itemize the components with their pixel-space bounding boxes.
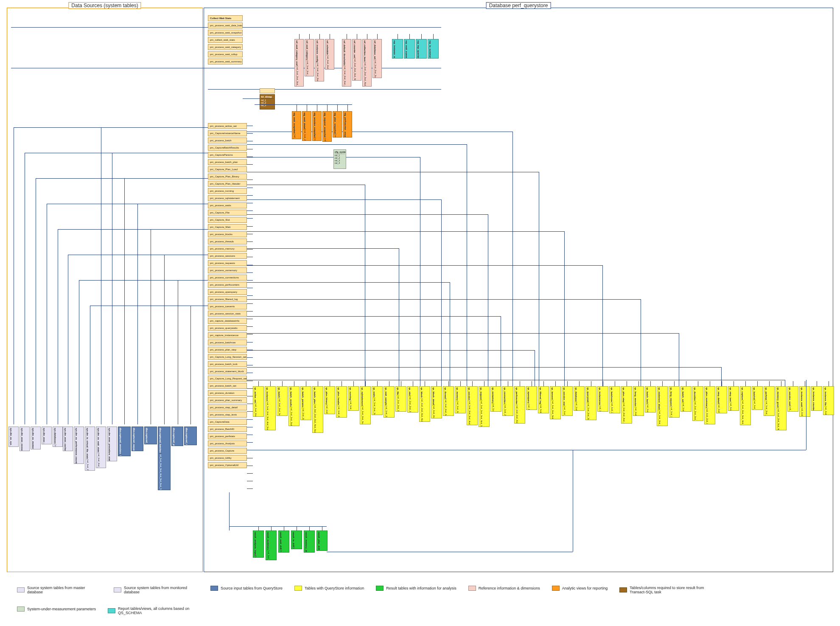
table-column: col_1: [86, 460, 89, 465]
table-header: stg_plan_snapshot: [334, 112, 336, 135]
table-column: col_4: [314, 420, 316, 425]
table-column: col_2: [306, 67, 308, 72]
table-column: col_1: [563, 407, 566, 412]
edge: [398, 34, 398, 39]
table-column: col_1: [468, 401, 470, 407]
table-column: col_1: [729, 403, 732, 408]
qs-table: qs_batch_resultscol_1col_2col_3col_4col_…: [288, 386, 300, 426]
qs-table: qs_batchrowcol_1col_2col_3col_4col_5: [609, 386, 620, 413]
legend-item: Tables/columns required to store result …: [619, 586, 704, 595]
table-column: col_1: [293, 135, 296, 139]
table-column: col_3: [316, 74, 319, 79]
ref-table: ref_database_setcol_1col_2col_3col_4col_…: [372, 39, 382, 78]
edge: [318, 381, 318, 386]
table-column: col_2: [741, 406, 744, 411]
table-column: col_1: [599, 407, 601, 412]
edge: [25, 153, 25, 424]
table-header: qs_memory: [456, 387, 459, 401]
edge: [247, 288, 253, 288]
table-column: col_3: [254, 414, 257, 417]
report-table: rep_top_queriescol_1col_2col_3: [416, 39, 427, 59]
proc-item: prc_process_openquery: [208, 289, 247, 295]
table-column: col_2: [456, 407, 459, 412]
edge: [247, 466, 253, 466]
table-header: qs_filtered_log: [539, 387, 542, 405]
proc-item: prc_process_Analysis: [208, 441, 247, 446]
table-header: qs_instance_counter: [812, 387, 815, 411]
legend-item: Source input tables from QueryStore: [210, 586, 283, 591]
qs-table: qs_long_requestcol_1col_2col_3col_4col_5…: [669, 386, 680, 418]
table-column: col_4: [290, 423, 292, 426]
table-column: col_4: [622, 419, 625, 424]
edge: [337, 104, 338, 111]
table-header: dbo.captured_batches: [159, 428, 162, 454]
proc-item: prc_process_wait_data_batch: [208, 22, 243, 28]
edge: [564, 231, 565, 386]
table-column: col_3: [361, 417, 364, 422]
ref-table: ref_instance_configcol_1col_2col_3col_4c…: [315, 39, 324, 81]
edge: [488, 214, 488, 386]
proc-item: prc_process_step_detail: [208, 404, 247, 410]
edge: [247, 272, 253, 273]
edge: [247, 333, 679, 334]
table-column: col_1: [266, 402, 269, 407]
proc-item: prc_CaptureData: [208, 419, 247, 425]
edge: [247, 342, 253, 342]
table-header: qs_capture: [741, 387, 744, 401]
table-header: dbo.captured_requests: [133, 428, 135, 451]
edge: [745, 381, 746, 386]
table-column: col_2: [409, 402, 411, 407]
table-column: col_2: [563, 412, 566, 416]
edge: [710, 381, 710, 386]
proc-item: prc_process_sessions: [208, 253, 247, 259]
table-column: col_7: [159, 484, 162, 489]
edge: [247, 164, 253, 165]
table-header: stg_wait_detail: [303, 112, 306, 130]
proc-item: prc_Capture_Slot: [208, 217, 247, 223]
edge: [247, 458, 253, 458]
legend-label: Analytic views for reporting: [562, 586, 608, 590]
ref-table: ref_schedulecol_1col_2col_3col_4col_5: [325, 39, 334, 70]
edge: [322, 526, 322, 531]
edge: [137, 204, 208, 204]
edge: [58, 229, 58, 424]
edge: [317, 104, 317, 111]
table-header: dbo.captured_roots: [146, 428, 148, 444]
edge: [243, 98, 260, 99]
edge: [247, 404, 253, 404]
table-column: col_2: [374, 66, 376, 71]
qs-table: qs_ioeventcol_1col_2col_3col_4col_5col_6…: [550, 386, 561, 419]
edge: [247, 381, 253, 381]
edge: [247, 214, 488, 215]
edge: [124, 178, 125, 424]
table-column: col_2: [492, 410, 494, 412]
table-header: result_memory_drill: [305, 532, 308, 553]
edge: [484, 381, 484, 386]
table-header: ref_collection_item: [364, 40, 366, 62]
table-column: col_1: [504, 405, 506, 410]
table-column: col_4: [694, 417, 696, 421]
qs-table: qs_perfstatcol_1col_2col_3col_4col_5col_…: [764, 386, 775, 416]
edge: [247, 435, 253, 435]
table-column: col_4: [361, 422, 364, 424]
table-column: col_1: [374, 61, 376, 66]
table-column: col_1: [551, 401, 554, 406]
table-column: col_4: [316, 79, 319, 81]
proc-item: prc_process_threads: [208, 239, 247, 244]
table-column: col_4: [373, 414, 375, 415]
table-header: qs_thread: [444, 387, 447, 399]
proc-item: prc_process_batch_lock: [208, 361, 247, 367]
qs-table: qs_runningcol_1col_2col_3col_4col_5: [348, 386, 359, 411]
table-column: col_4: [409, 412, 411, 413]
table-header: qs_step_detail: [717, 387, 720, 404]
table-column: col_4: [343, 82, 346, 87]
edge: [247, 427, 253, 427]
table-header: qs_batch: [278, 387, 280, 399]
table-column: col_4: [335, 162, 345, 165]
table-header: cfg_system_parameters: [335, 151, 345, 154]
table-column: col_1: [789, 407, 791, 412]
table-column: col_2: [682, 409, 684, 412]
table-column: col_1: [337, 407, 340, 412]
report-table: rep_wait_summarycol_1col_2col_3: [404, 39, 415, 59]
qs-table: qs_long_sessioncol_1col_2col_3col_4col_5…: [633, 386, 644, 416]
